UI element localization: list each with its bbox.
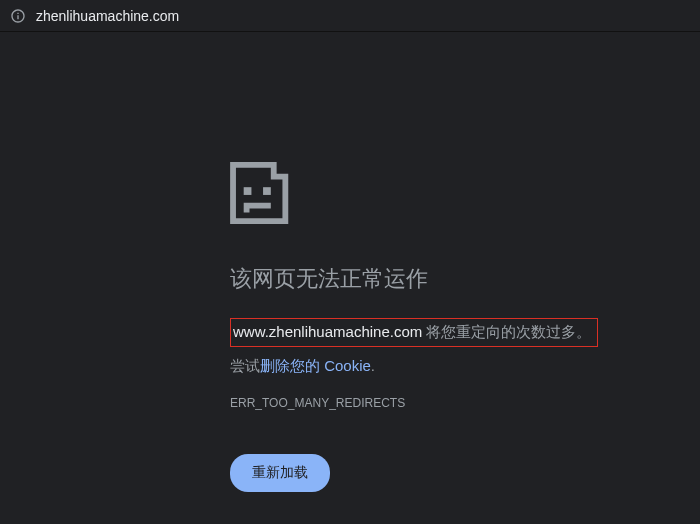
- error-page-content: 该网页无法正常运作 www.zhenlihuamachine.com 将您重定向…: [0, 32, 700, 492]
- info-icon: [8, 6, 28, 26]
- reload-button[interactable]: 重新加载: [230, 454, 330, 492]
- error-suggestion: 尝试删除您的 Cookie.: [230, 357, 700, 376]
- svg-rect-1: [263, 187, 271, 195]
- error-heading: 该网页无法正常运作: [230, 264, 700, 294]
- suggestion-prefix: 尝试: [230, 357, 260, 374]
- svg-rect-0: [244, 187, 252, 195]
- error-domain: www.zhenlihuamachine.com: [233, 323, 422, 340]
- clear-cookies-link[interactable]: 删除您的 Cookie: [260, 357, 371, 374]
- error-code: ERR_TOO_MANY_REDIRECTS: [230, 396, 700, 410]
- error-message-highlight: www.zhenlihuamachine.com 将您重定向的次数过多。: [230, 318, 700, 357]
- address-bar[interactable]: zhenlihuamachine.com: [0, 0, 700, 32]
- suggestion-suffix: .: [371, 357, 375, 374]
- error-message-suffix: 将您重定向的次数过多。: [422, 323, 591, 340]
- sad-page-icon: [230, 162, 300, 224]
- url-text[interactable]: zhenlihuamachine.com: [36, 8, 179, 24]
